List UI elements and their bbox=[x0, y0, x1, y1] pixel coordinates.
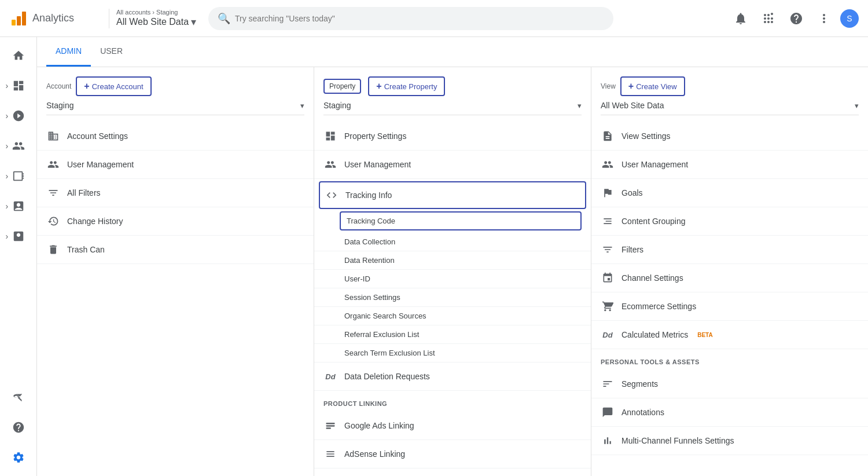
user-id-item[interactable]: User-ID bbox=[314, 270, 591, 288]
code-icon bbox=[325, 188, 339, 202]
all-filters-item[interactable]: All Filters bbox=[37, 179, 314, 207]
account-selector[interactable]: Staging ▾ bbox=[46, 101, 304, 115]
data-collection-item[interactable]: Data Collection bbox=[314, 233, 591, 251]
svg-rect-2 bbox=[22, 12, 26, 25]
main-content: ADMIN USER Account + Create Account Stag… bbox=[37, 37, 868, 476]
admin-nav-icon[interactable] bbox=[5, 444, 32, 471]
insights-nav-icon[interactable] bbox=[5, 413, 32, 441]
create-account-button[interactable]: + Create Account bbox=[76, 76, 151, 96]
content-grouping-item[interactable]: Content Grouping bbox=[591, 207, 868, 236]
realtime-nav-icon[interactable] bbox=[5, 102, 32, 130]
view-people-icon bbox=[601, 158, 615, 171]
channel-icon bbox=[601, 271, 615, 285]
create-view-button[interactable]: + Create View bbox=[620, 76, 685, 96]
tracking-code-item[interactable]: Tracking Code bbox=[340, 211, 582, 230]
channel-settings-item[interactable]: Channel Settings bbox=[591, 264, 868, 292]
ecommerce-icon bbox=[601, 299, 615, 313]
view-col-header: View + Create View bbox=[591, 67, 868, 101]
data-deletion-label: Data Deletion Requests bbox=[344, 372, 430, 381]
view-selector-chevron: ▾ bbox=[855, 101, 859, 110]
account-breadcrumb: All accounts › Staging bbox=[116, 9, 201, 16]
account-settings-item[interactable]: Account Settings bbox=[37, 122, 314, 151]
segments-item[interactable]: Segments bbox=[591, 370, 868, 398]
avatar[interactable]: S bbox=[840, 9, 859, 28]
notifications-icon[interactable] bbox=[729, 7, 752, 30]
home-nav-icon[interactable] bbox=[5, 42, 32, 69]
account-name-dropdown[interactable]: All Web Site Data ▾ bbox=[116, 16, 201, 28]
session-settings-item[interactable]: Session Settings bbox=[314, 288, 591, 307]
chevron-down-icon: ▾ bbox=[191, 16, 196, 28]
view-filters-label: Filters bbox=[621, 245, 643, 254]
svg-rect-4 bbox=[326, 425, 335, 427]
apps-icon[interactable] bbox=[757, 7, 780, 30]
calculated-metrics-icon: Dd bbox=[601, 328, 615, 342]
product-linking-section-label: PRODUCT LINKING bbox=[314, 391, 591, 412]
annotations-item[interactable]: Annotations bbox=[591, 398, 868, 427]
property-settings-item[interactable]: Property Settings bbox=[314, 122, 591, 151]
view-user-management-item[interactable]: User Management bbox=[591, 151, 868, 179]
building-icon bbox=[46, 129, 60, 143]
data-deletion-item[interactable]: Dd Data Deletion Requests bbox=[314, 363, 591, 391]
view-column: View + Create View All Web Site Data ▾ V… bbox=[591, 67, 868, 476]
property-header-label: Property bbox=[323, 79, 361, 94]
tab-admin[interactable]: ADMIN bbox=[46, 37, 91, 67]
conversions-nav-icon[interactable] bbox=[5, 222, 32, 250]
ads-icon bbox=[323, 419, 337, 433]
help-icon[interactable] bbox=[785, 7, 808, 30]
beta-badge: BETA bbox=[697, 332, 712, 338]
adsense-icon bbox=[323, 447, 337, 461]
more-icon[interactable] bbox=[812, 7, 836, 30]
channel-settings-label: Channel Settings bbox=[621, 273, 683, 283]
dashboards-nav-icon[interactable] bbox=[5, 72, 32, 100]
tab-user[interactable]: USER bbox=[91, 37, 132, 67]
segments-label: Segments bbox=[621, 379, 658, 389]
view-filters-item[interactable]: Filters bbox=[591, 236, 868, 264]
view-user-mgmt-label: User Management bbox=[621, 160, 688, 169]
adsense-linking-item[interactable]: AdSense Linking bbox=[314, 440, 591, 468]
create-property-button[interactable]: + Create Property bbox=[368, 76, 445, 96]
multi-channel-funnels-item[interactable]: Multi-Channel Funnels Settings bbox=[591, 427, 868, 455]
dd-icon: Dd bbox=[323, 369, 337, 383]
data-retention-item[interactable]: Data Retention bbox=[314, 251, 591, 270]
google-ads-label: Google Ads Linking bbox=[344, 421, 414, 430]
referral-exclusion-item[interactable]: Referral Exclusion List bbox=[314, 325, 591, 344]
search-term-exclusion-item[interactable]: Search Term Exclusion List bbox=[314, 344, 591, 363]
calculated-metrics-item[interactable]: Dd Calculated Metrics BETA bbox=[591, 321, 868, 349]
property-selector-text: Staging bbox=[323, 101, 578, 110]
behavior-nav-icon[interactable] bbox=[5, 192, 32, 220]
property-selector[interactable]: Staging ▾ bbox=[323, 101, 582, 115]
property-settings-icon bbox=[323, 129, 337, 143]
personal-tools-label: PERSONAL TOOLS & ASSETS bbox=[591, 349, 868, 370]
account-settings-label: Account Settings bbox=[67, 131, 128, 141]
goals-item[interactable]: Goals bbox=[591, 179, 868, 207]
segments-icon bbox=[601, 377, 615, 391]
search-icon: 🔍 bbox=[218, 12, 230, 25]
flow-nav-icon[interactable] bbox=[5, 383, 32, 411]
property-col-header: Property + Create Property bbox=[314, 67, 591, 101]
logo-text: Analytics bbox=[32, 12, 74, 24]
tracking-info-item[interactable]: Tracking Info bbox=[319, 181, 586, 209]
google-ads-linking-item[interactable]: Google Ads Linking bbox=[314, 412, 591, 440]
left-nav bbox=[0, 37, 37, 476]
columns: Account + Create Account Staging ▾ Accou… bbox=[37, 67, 868, 476]
audience-nav-icon[interactable] bbox=[5, 132, 32, 160]
organic-search-item[interactable]: Organic Search Sources bbox=[314, 307, 591, 325]
view-settings-item[interactable]: View Settings bbox=[591, 122, 868, 151]
ecommerce-settings-item[interactable]: Ecommerce Settings bbox=[591, 292, 868, 321]
account-user-management-item[interactable]: User Management bbox=[37, 151, 314, 179]
adsense-label: AdSense Linking bbox=[344, 449, 405, 459]
trash-can-item[interactable]: Trash Can bbox=[37, 236, 314, 264]
account-selector-chevron: ▾ bbox=[300, 101, 304, 110]
goals-label: Goals bbox=[621, 188, 643, 197]
multi-channel-funnels-label: Multi-Channel Funnels Settings bbox=[621, 436, 734, 445]
view-selector[interactable]: All Web Site Data ▾ bbox=[601, 101, 859, 115]
tracking-code-label: Tracking Code bbox=[347, 217, 395, 225]
ad-exchange-linking-item[interactable]: Ad Exchange Linking bbox=[314, 468, 591, 476]
layout: ADMIN USER Account + Create Account Stag… bbox=[0, 37, 868, 476]
search-bar[interactable]: 🔍 bbox=[208, 7, 613, 30]
acquisition-nav-icon[interactable] bbox=[5, 162, 32, 190]
property-user-management-item[interactable]: User Management bbox=[314, 151, 591, 179]
history-icon bbox=[46, 214, 60, 228]
change-history-item[interactable]: Change History bbox=[37, 207, 314, 236]
search-input[interactable] bbox=[235, 14, 604, 23]
